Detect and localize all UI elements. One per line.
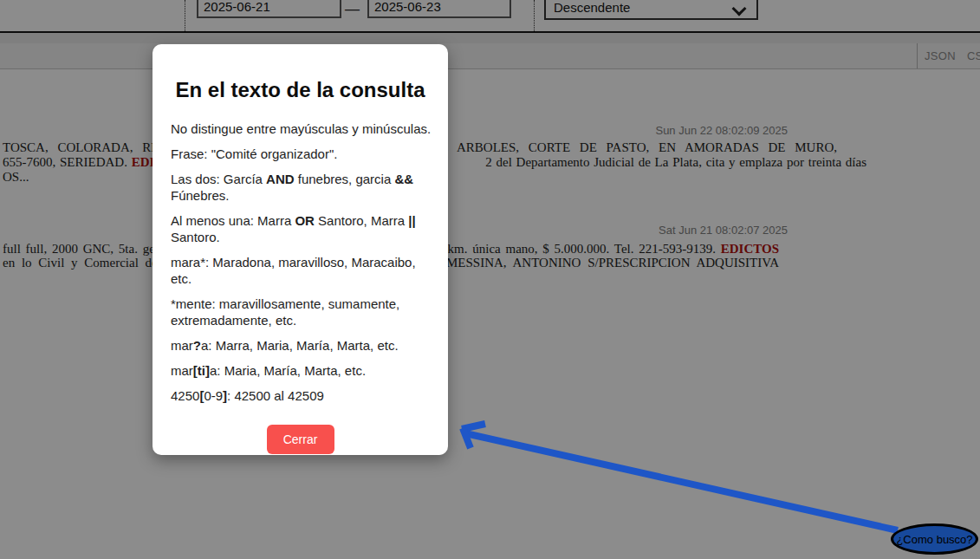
close-button[interactable]: Cerrar [267,425,334,454]
help-paragraph: 4250[0-9]: 42500 al 42509 [171,387,432,404]
help-paragraph: No distingue entre mayúsculas y minúscul… [171,120,432,137]
help-paragraph: mar[ti]a: Maria, María, Marta, etc. [171,362,432,379]
modal-body: No distingue entre mayúsculas y minúscul… [171,120,432,404]
how-to-search-button[interactable]: ¿Como busco? [891,523,978,555]
modal-backdrop [0,0,980,559]
help-paragraph: Al menos una: Marra OR Santoro, Marra ||… [171,212,432,245]
modal-title: En el texto de la consulta [153,78,448,102]
page: — Descendente JSON CSV Sun Jun 22 08:02:… [0,0,980,559]
help-paragraph: Las dos: García AND funebres, garcia && … [171,171,432,204]
search-help-modal: En el texto de la consulta No distingue … [153,44,448,455]
help-paragraph: mara*: Maradona, maravilloso, Maracaibo,… [171,254,432,287]
help-paragraph: *mente: maravillosamente, sumamente, ext… [171,296,432,328]
how-to-search-label: ¿Como busco? [896,533,972,546]
help-paragraph: mar?a: Marra, Maria, María, Marta, etc. [171,337,432,354]
help-paragraph: Frase: "Comité organizador". [171,146,432,162]
